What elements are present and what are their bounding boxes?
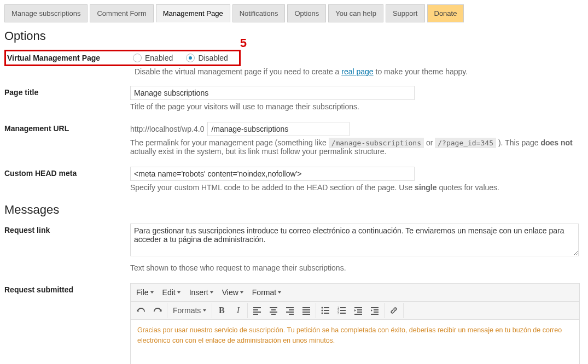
label-virtual-management-page: Virtual Management Page (7, 54, 133, 62)
menu-file[interactable]: File (132, 285, 158, 300)
annotation-number: 5 (240, 36, 247, 50)
svg-rect-5 (324, 313, 329, 314)
align-justify-button[interactable] (298, 303, 315, 318)
svg-rect-3 (324, 310, 329, 311)
radio-vmp-enabled[interactable]: Enabled (133, 54, 173, 62)
radio-label: Enabled (145, 54, 173, 62)
editor-menubar: File Edit Insert View Format (131, 284, 579, 302)
align-right-button[interactable] (282, 303, 298, 318)
url-prefix: http://localhost/wp.4.0 (130, 125, 204, 133)
textarea-request-link[interactable]: Para gestionar tus suscripciones introdu… (130, 224, 579, 256)
tab-management-page[interactable]: Management Page (156, 4, 230, 22)
svg-rect-9 (340, 310, 346, 311)
link-real-page[interactable]: real page (341, 67, 373, 76)
tab-manage-subscriptions[interactable]: Manage subscriptions (4, 4, 88, 22)
tab-bar: Manage subscriptions Comment Form Manage… (4, 4, 584, 22)
caret-icon (203, 309, 206, 312)
svg-text:3: 3 (337, 312, 339, 315)
desc-management-url: The permalink for your management page (… (130, 138, 584, 156)
tab-notifications[interactable]: Notifications (232, 4, 286, 22)
label-page-title: Page title (4, 86, 130, 97)
redo-button[interactable] (149, 303, 166, 318)
tab-you-can-help[interactable]: You can help (328, 4, 383, 22)
link-button[interactable] (386, 303, 402, 318)
caret-icon (150, 291, 154, 293)
svg-rect-11 (340, 313, 346, 314)
desc-vmp: Disable the virtual management page if y… (135, 67, 584, 76)
radio-label: Disabled (198, 54, 228, 62)
menu-view[interactable]: View (218, 285, 248, 300)
caret-icon (278, 291, 281, 293)
menu-edit[interactable]: Edit (158, 285, 185, 300)
caret-icon (177, 291, 181, 293)
svg-point-2 (322, 310, 323, 312)
bullet-list-button[interactable] (317, 303, 334, 318)
input-custom-head[interactable] (130, 167, 415, 181)
radio-icon (133, 54, 142, 62)
tab-comment-form[interactable]: Comment Form (90, 4, 153, 22)
tab-options[interactable]: Options (287, 4, 326, 22)
menu-insert[interactable]: Insert (185, 285, 218, 300)
outdent-button[interactable] (350, 303, 366, 318)
tab-support[interactable]: Support (386, 4, 425, 22)
svg-rect-7 (340, 307, 346, 308)
italic-button[interactable]: I (230, 303, 246, 318)
align-left-button[interactable] (249, 303, 265, 318)
caret-icon (240, 291, 243, 293)
input-management-url[interactable] (207, 122, 350, 136)
label-management-url: Management URL (4, 122, 130, 133)
editor-content[interactable]: Gracias por usar nuestro servicio de sus… (131, 320, 579, 364)
radio-icon (186, 54, 195, 62)
formats-dropdown[interactable]: Formats (168, 303, 211, 318)
code-example-2: /?page_id=345 (435, 138, 496, 148)
label-request-submitted: Request submitted (4, 283, 130, 294)
numbered-list-button[interactable]: 123 (334, 303, 350, 318)
svg-point-0 (322, 307, 323, 309)
radio-vmp-disabled[interactable]: Disabled (186, 54, 228, 62)
undo-button[interactable] (133, 303, 149, 318)
section-messages-heading: Messages (4, 203, 584, 217)
annotation-box: 5 Virtual Management Page Enabled Disabl… (4, 50, 241, 66)
desc-custom-head: Specify your custom HTML code to be adde… (130, 183, 584, 192)
section-options-heading: Options (4, 29, 584, 43)
bold-button[interactable]: B (213, 303, 230, 318)
label-request-link: Request link (4, 224, 130, 234)
input-page-title[interactable] (130, 86, 415, 100)
svg-rect-1 (324, 307, 329, 308)
editor-toolbar: Formats B I 123 (131, 302, 579, 320)
rich-text-editor: File Edit Insert View Format Formats B I (130, 283, 580, 364)
svg-point-4 (322, 313, 323, 314)
caret-icon (210, 291, 213, 293)
tab-donate[interactable]: Donate (427, 4, 464, 22)
desc-page-title: Title of the page your visitors will use… (130, 102, 584, 111)
align-center-button[interactable] (265, 303, 282, 318)
desc-request-link: Text shown to those who request to manag… (130, 263, 584, 272)
label-custom-head: Custom HEAD meta (4, 167, 130, 178)
indent-button[interactable] (366, 303, 383, 318)
menu-format[interactable]: Format (248, 285, 286, 300)
